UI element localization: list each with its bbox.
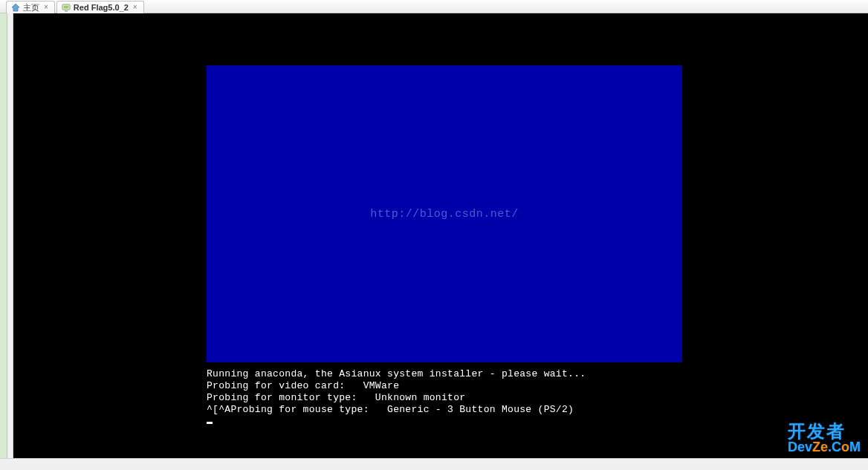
body-area: http://blog.csdn.net/ Running anaconda, …	[0, 13, 868, 458]
tab-vm[interactable]: Red Flag5.0_2 ×	[56, 1, 144, 13]
branding-logo: 开发者 DevZe.CoM	[788, 422, 861, 454]
vm-console[interactable]: http://blog.csdn.net/ Running anaconda, …	[13, 13, 868, 458]
tab-strip: 主页 × Red Flag5.0_2 ×	[0, 0, 868, 13]
home-icon	[11, 3, 20, 12]
left-gutter-outer	[0, 13, 7, 458]
svg-rect-1	[63, 6, 68, 9]
branding-cn: 开发者	[788, 422, 861, 440]
close-icon[interactable]: ×	[42, 4, 50, 11]
watermark-text: http://blog.csdn.net/	[370, 208, 519, 221]
left-gutter-inner	[7, 13, 13, 458]
cursor-icon	[207, 422, 213, 424]
branding-en: DevZe.CoM	[788, 440, 861, 454]
horizontal-scrollbar[interactable]	[0, 458, 868, 470]
terminal-output: Running anaconda, the Asianux system ins…	[207, 368, 586, 428]
tab-label: 主页	[23, 2, 39, 13]
app-root: 主页 × Red Flag5.0_2 × http://blog.csdn.ne…	[0, 0, 868, 470]
tab-home[interactable]: 主页 ×	[6, 1, 55, 13]
vm-icon	[62, 3, 71, 12]
tab-label: Red Flag5.0_2	[74, 3, 129, 12]
close-icon[interactable]: ×	[132, 4, 139, 11]
installer-panel: http://blog.csdn.net/	[207, 65, 682, 362]
